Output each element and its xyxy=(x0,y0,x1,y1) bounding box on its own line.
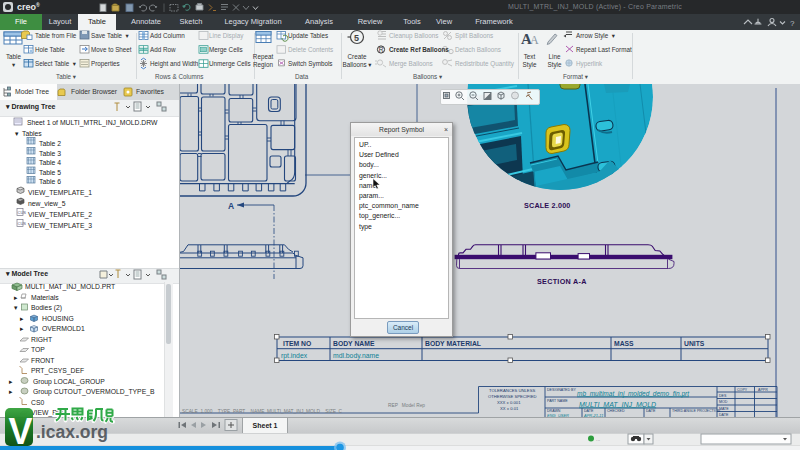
svg-text:.icax.org: .icax.org xyxy=(36,422,108,442)
svg-text:...: ... xyxy=(596,436,600,442)
svg-text:SECTION A-A: SECTION A-A xyxy=(537,277,587,286)
svg-text:SCALE 2.000: SCALE 2.000 xyxy=(524,201,571,210)
svg-text:MULTI_MAT_INJ_MOLD: MULTI_MAT_INJ_MOLD xyxy=(579,401,656,408)
svg-text:V: V xyxy=(9,411,33,450)
svg-text:UNITS: UNITS xyxy=(684,340,705,347)
svg-text:A: A xyxy=(530,33,539,47)
svg-text:CHECKED: CHECKED xyxy=(607,409,625,413)
svg-text:TOLERANCES UNLESS: TOLERANCES UNLESS xyxy=(489,388,535,393)
svg-text:COPY: COPY xyxy=(737,388,748,392)
svg-text:BODY NAME: BODY NAME xyxy=(333,340,375,347)
svg-text:PART NAME: PART NAME xyxy=(547,399,568,403)
svg-text:DESIGNATED BY: DESIGNATED BY xyxy=(547,388,576,392)
svg-text:rpt.index: rpt.index xyxy=(281,352,308,360)
svg-text:mdl.body.name: mdl.body.name xyxy=(333,352,379,360)
svg-text:REP Model Rep: REP Model Rep xyxy=(388,403,425,408)
svg-text:mb_multimat_inj_molded_demo_fi: mb_multimat_inj_molded_demo_fin.prt xyxy=(577,390,690,398)
svg-text:DATE: DATE xyxy=(646,409,656,413)
svg-text:XX ± 0.01: XX ± 0.01 xyxy=(500,406,519,411)
svg-text:BODY MATERIAL: BODY MATERIAL xyxy=(425,340,481,347)
svg-text:APPR: APPR xyxy=(758,388,768,392)
svg-text:ITEM NO: ITEM NO xyxy=(283,340,311,347)
svg-text:5: 5 xyxy=(354,33,359,43)
svg-text:A: A xyxy=(228,201,234,211)
svg-text:R: R xyxy=(379,46,384,53)
svg-text:?: ? xyxy=(790,19,795,28)
svg-text:CUS: CUS xyxy=(18,210,27,215)
svg-text:DES: DES xyxy=(719,394,727,398)
svg-text:MOD: MOD xyxy=(719,400,728,404)
svg-text:MASS: MASS xyxy=(614,340,634,347)
svg-text:XXX ± 0.001: XXX ± 0.001 xyxy=(497,400,521,405)
svg-text:creo®: creo® xyxy=(17,2,40,12)
svg-text:MATE: MATE xyxy=(719,407,729,411)
svg-text:THIRD ANGLE PROJECTION: THIRD ANGLE PROJECTION xyxy=(672,409,721,413)
svg-text:CUS: CUS xyxy=(18,221,27,226)
svg-text:OTHERWISE SPECIFIED: OTHERWISE SPECIFIED xyxy=(488,394,537,399)
